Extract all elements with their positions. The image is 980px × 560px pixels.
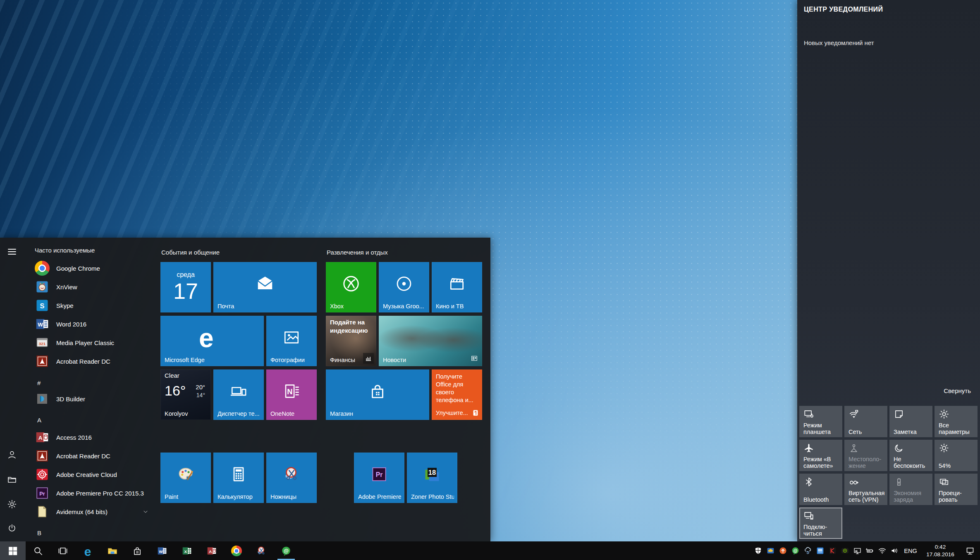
- kaspersky-icon: [828, 546, 837, 555]
- taskbar-snip-app-button[interactable]: [249, 541, 274, 560]
- store-icon: [132, 546, 143, 556]
- app-item[interactable]: 3D Builder: [31, 390, 155, 408]
- taskbar-edge-button[interactable]: e: [75, 541, 100, 560]
- quick-action-network[interactable]: Сеть: [844, 406, 887, 437]
- tile-Zoner Photo Studio 18[interactable]: 18 Zoner Photo Studio 18: [407, 453, 457, 503]
- app-item[interactable]: AAccess 2016: [31, 428, 155, 446]
- tray-battery-button[interactable]: [863, 541, 876, 560]
- app-item[interactable]: PrAdobe Premiere Pro CC 2015.3: [31, 484, 155, 502]
- tray-updater-button[interactable]: [777, 541, 789, 560]
- app-item[interactable]: 321Media Player Classic: [31, 334, 155, 352]
- taskbar-chrome-button[interactable]: [224, 541, 249, 560]
- tray-messenger-app-button[interactable]: [814, 541, 826, 560]
- tile-groove[interactable]: Музыка Groo...: [379, 262, 429, 312]
- quick-action-project[interactable]: Проеци-ровать: [935, 474, 978, 505]
- settings-button[interactable]: [4, 496, 20, 512]
- taskbar-task-view-button[interactable]: [50, 541, 75, 560]
- tray-kaspersky-button[interactable]: [826, 541, 839, 560]
- power-icon: [7, 523, 17, 533]
- action-center-button[interactable]: [960, 541, 980, 560]
- quick-action-moon[interactable]: Не беспокоить: [889, 440, 932, 471]
- quick-action-gear[interactable]: Все параметры: [935, 406, 978, 437]
- app-item[interactable]: SSkype: [31, 296, 155, 315]
- tile-group-header[interactable]: События и общение: [161, 249, 220, 256]
- taskbar-word-button[interactable]: W: [150, 541, 174, 560]
- tile-label: Ножницы: [270, 493, 313, 500]
- app-item[interactable]: Acrobat Reader DC: [31, 352, 155, 370]
- quick-action-label: Заметка: [894, 429, 931, 435]
- tile-photos[interactable]: Фотографии: [266, 316, 317, 366]
- tray-defender-button[interactable]: [752, 541, 764, 560]
- app-item[interactable]: WWord 2016: [31, 315, 155, 333]
- tile-store[interactable]: Магазин: [326, 369, 429, 420]
- weather-high: 20°: [196, 384, 205, 391]
- tile-phone-companion[interactable]: Диспетчер те...: [213, 369, 264, 420]
- app-item[interactable]: Google Chrome: [31, 259, 155, 277]
- app-item[interactable]: Adobe Creative Cloud: [31, 465, 155, 484]
- tile-news[interactable]: Новости: [379, 316, 482, 366]
- svg-text:N: N: [287, 387, 292, 396]
- quick-action-note[interactable]: Заметка: [889, 406, 932, 437]
- quick-action-connect[interactable]: Подклю-читься: [799, 508, 842, 539]
- section-letter[interactable]: #: [37, 379, 41, 386]
- tile-xbox[interactable]: Xbox: [326, 262, 376, 312]
- tile-finance[interactable]: Подайте на индексациюФинансы: [326, 316, 376, 366]
- tablet-icon: [803, 409, 814, 419]
- quick-action-brightness[interactable]: 54%: [935, 440, 978, 471]
- tray-nvidia-button[interactable]: [839, 541, 851, 560]
- taskbar-search-button[interactable]: [26, 541, 50, 560]
- quick-action-battery-saver[interactable]: Экономия заряда: [889, 474, 932, 505]
- taskbar-store-button[interactable]: [125, 541, 150, 560]
- tile-weather[interactable]: Clear 16° 20° 14° Korolyov: [160, 369, 211, 420]
- collapse-button[interactable]: Свернуть: [941, 387, 973, 395]
- tile-Ножницы[interactable]: Ножницы: [266, 453, 317, 503]
- user-account-button[interactable]: [4, 446, 20, 463]
- menu-button[interactable]: [4, 243, 20, 260]
- tray-display-button[interactable]: [851, 541, 863, 560]
- app-item-label: Adobe Creative Cloud: [56, 471, 117, 478]
- moon-icon: [894, 443, 904, 453]
- taskbar-file-explorer-button[interactable]: [100, 541, 125, 560]
- tile-Adobe Premiere Pro...[interactable]: Pr Adobe Premiere Pro...: [354, 453, 404, 503]
- app-item-label: Google Chrome: [56, 265, 100, 272]
- quick-action-vpn[interactable]: Виртуальная сеть (VPN): [844, 474, 887, 505]
- news-icon: [471, 355, 478, 362]
- tile-Paint[interactable]: Paint: [160, 453, 211, 503]
- tile-mail[interactable]: Почта: [213, 262, 317, 312]
- edge-color-icon: e: [82, 546, 93, 556]
- language-indicator[interactable]: ENG: [901, 548, 920, 554]
- excel-icon: X: [182, 546, 192, 556]
- tile-movies-tv[interactable]: Кино и ТВ: [432, 262, 482, 312]
- file-explorer-button[interactable]: [4, 471, 20, 488]
- section-letter[interactable]: B: [37, 529, 41, 536]
- tile-office-promo[interactable]: Получите Office для своего телефона и...…: [432, 369, 482, 420]
- tile-onenote[interactable]: N OneNote: [266, 369, 317, 420]
- clock[interactable]: 0:42 17.08.2016: [920, 543, 960, 558]
- svg-text:X: X: [184, 549, 187, 553]
- tray-cloud-drive-button[interactable]: [764, 541, 777, 560]
- app-item[interactable]: Avidemux (64 bits): [31, 503, 155, 521]
- tray-sync-button[interactable]: [801, 541, 814, 560]
- app-item[interactable]: Acrobat Reader DC: [31, 447, 155, 465]
- tile-calendar[interactable]: среда 17: [160, 262, 211, 312]
- start-button[interactable]: [0, 541, 26, 560]
- app-item[interactable]: XnView: [31, 278, 155, 296]
- quick-action-location[interactable]: Местополо-жение: [844, 440, 887, 471]
- tray-wifi-button[interactable]: [876, 541, 888, 560]
- defender-icon: [754, 546, 762, 555]
- tray-mail-agent-button[interactable]: @: [789, 541, 801, 560]
- taskbar-mail-agent-button[interactable]: @: [274, 541, 299, 560]
- weather-low: 14°: [196, 392, 205, 398]
- quick-action-tablet[interactable]: Режим планшета: [799, 406, 842, 437]
- zoner-icon: 18: [423, 465, 441, 483]
- quick-action-airplane[interactable]: Режим «В самолете»: [799, 440, 842, 471]
- section-letter[interactable]: A: [37, 417, 41, 424]
- tile-group-header[interactable]: Развлечения и отдых: [327, 249, 388, 256]
- tile-Калькулятор[interactable]: Калькулятор: [213, 453, 264, 503]
- tray-volume-button[interactable]: [888, 541, 901, 560]
- taskbar-excel-button[interactable]: X: [174, 541, 199, 560]
- tile-edge[interactable]: e Microsoft Edge: [160, 316, 264, 366]
- power-button[interactable]: [4, 520, 20, 536]
- taskbar-access-button[interactable]: A: [199, 541, 224, 560]
- quick-action-bluetooth[interactable]: Bluetooth: [799, 474, 842, 505]
